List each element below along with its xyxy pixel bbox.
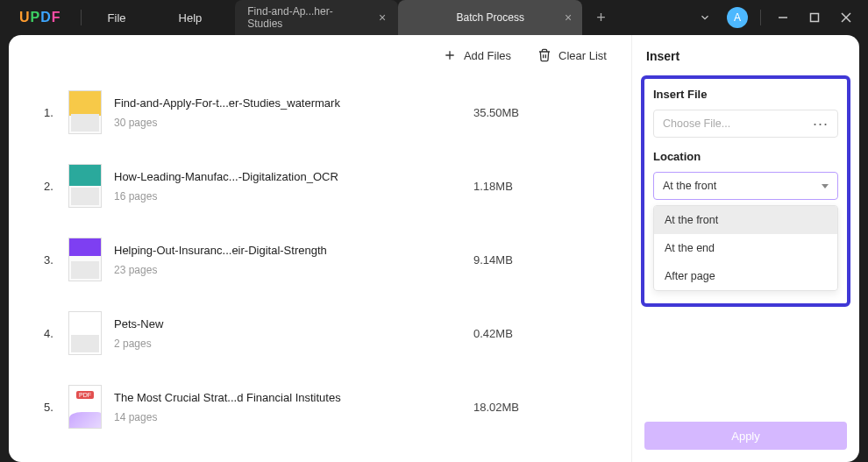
row-number: 3. <box>44 253 68 267</box>
location-option-after-page[interactable]: After page <box>654 262 837 290</box>
tab-label: Find-and-Ap...her-Studies <box>247 5 365 30</box>
file-thumbnail <box>68 90 102 134</box>
file-name: Find-and-Apply-For-t...er-Studies_waterm… <box>114 96 473 110</box>
add-files-button[interactable]: Add Files <box>443 48 511 62</box>
row-number: 2. <box>44 180 68 193</box>
tab-batch-process[interactable]: Batch Process × <box>398 0 582 35</box>
file-row[interactable]: 1.Find-and-Apply-For-t...er-Studies_wate… <box>44 75 614 149</box>
location-dropdown: At the front At the end After page <box>653 205 838 291</box>
tab-document[interactable]: Find-and-Ap...her-Studies × <box>235 0 398 35</box>
file-thumbnail: PDF <box>68 385 102 429</box>
menu-file[interactable]: File <box>82 11 153 25</box>
insert-settings-panel: Insert File Choose File... ··· Location … <box>641 75 850 307</box>
tab-label: Batch Process <box>457 11 524 24</box>
file-name: Helping-Out-Insuranc...eir-Digital-Stren… <box>114 244 473 257</box>
file-pages: 23 pages <box>114 264 473 276</box>
file-row[interactable]: 5.PDFThe Most Crucial Strat...d Financia… <box>44 370 614 444</box>
file-name: Pets-New <box>114 317 473 331</box>
clear-list-label: Clear List <box>559 49 607 62</box>
ellipsis-icon: ··· <box>813 121 829 126</box>
tab-add-button[interactable]: + <box>582 9 620 27</box>
window-close-icon[interactable] <box>836 8 856 27</box>
file-row[interactable]: 4.Pets-New2 pages0.42MB <box>44 296 614 370</box>
panel-title: Insert <box>632 35 859 72</box>
file-pages: 14 pages <box>114 411 473 423</box>
file-thumbnail <box>68 164 102 208</box>
close-icon[interactable]: × <box>379 11 386 25</box>
file-size: 1.18MB <box>473 180 614 193</box>
chevron-down-icon[interactable] <box>695 8 715 27</box>
file-size: 0.42MB <box>473 327 614 340</box>
file-size: 35.50MB <box>473 106 614 119</box>
file-name: The Most Crucial Strat...d Financial Ins… <box>114 391 473 404</box>
choose-file-button[interactable]: Choose File... ··· <box>653 110 838 138</box>
add-files-label: Add Files <box>464 49 511 62</box>
row-number: 1. <box>44 106 68 119</box>
app-logo: UPDF <box>0 10 81 25</box>
row-number: 4. <box>44 327 68 340</box>
row-number: 5. <box>44 401 68 414</box>
divider <box>760 10 761 25</box>
menu-help[interactable]: Help <box>153 11 229 25</box>
trash-icon <box>537 48 551 62</box>
file-size: 9.14MB <box>473 253 614 267</box>
location-option-end[interactable]: At the end <box>654 234 837 262</box>
file-pages: 2 pages <box>114 338 473 350</box>
file-name: How-Leading-Manufac...-Digitalization_OC… <box>114 170 473 183</box>
window-minimize-icon[interactable] <box>773 8 793 27</box>
location-selected-value: At the front <box>663 180 716 192</box>
chevron-down-icon <box>822 184 829 188</box>
location-label: Location <box>653 150 838 163</box>
file-thumbnail <box>68 238 102 281</box>
choose-file-placeholder: Choose File... <box>663 117 730 130</box>
location-option-front[interactable]: At the front <box>654 206 837 234</box>
file-thumbnail <box>68 311 102 355</box>
file-pages: 16 pages <box>114 190 473 203</box>
svg-rect-1 <box>811 14 819 22</box>
window-maximize-icon[interactable] <box>805 8 824 27</box>
avatar[interactable]: A <box>727 7 748 28</box>
apply-button[interactable]: Apply <box>644 422 847 450</box>
insert-file-label: Insert File <box>653 88 838 101</box>
file-size: 18.02MB <box>473 401 614 414</box>
file-row[interactable]: 2.How-Leading-Manufac...-Digitalization_… <box>44 149 614 223</box>
file-row[interactable]: 3.Helping-Out-Insuranc...eir-Digital-Str… <box>44 223 614 296</box>
plus-icon <box>443 48 457 62</box>
file-pages: 30 pages <box>114 117 473 129</box>
clear-list-button[interactable]: Clear List <box>537 48 607 62</box>
close-icon[interactable]: × <box>565 11 572 25</box>
location-select[interactable]: At the front <box>653 172 838 200</box>
